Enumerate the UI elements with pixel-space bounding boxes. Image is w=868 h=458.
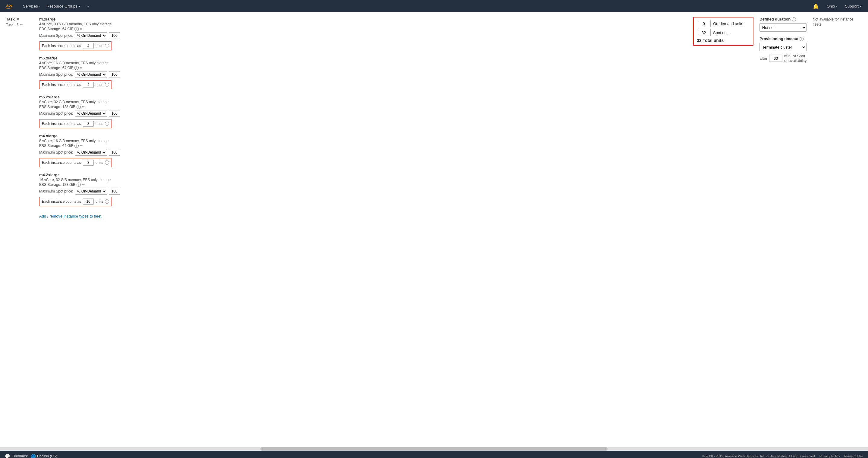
- services-nav[interactable]: Services ▾: [20, 0, 44, 12]
- storage-info-icon-4[interactable]: i: [76, 182, 81, 187]
- support-chevron-icon: ▾: [860, 4, 861, 8]
- provisioning-timeout-info-icon[interactable]: i: [800, 37, 804, 41]
- units-row-3: Each instance counts as units i: [39, 158, 112, 167]
- storage-info-icon-1[interactable]: i: [74, 66, 79, 70]
- spot-select-2[interactable]: % On-Demand: [75, 110, 107, 117]
- defined-duration-select[interactable]: Not set: [760, 23, 807, 32]
- spot-value-input-2[interactable]: [109, 110, 120, 117]
- units-info-icon-4[interactable]: i: [105, 199, 109, 204]
- storage-edit-icon-1[interactable]: ✏: [80, 66, 83, 70]
- aws-logo[interactable]: [4, 2, 15, 10]
- copyright-text: © 2008 - 2019, Amazon Web Services, Inc.…: [702, 454, 816, 458]
- max-spot-row-0: Maximum Spot price: % On-Demand: [39, 32, 687, 39]
- after-label: after: [760, 56, 767, 61]
- add-remove-link[interactable]: Add / remove instance types to fleet: [39, 214, 101, 219]
- units-input-3[interactable]: [83, 160, 94, 166]
- task-edit-icon[interactable]: ✏: [20, 23, 23, 27]
- units-input-1[interactable]: [83, 82, 94, 88]
- instance-storage-1: EBS Storage: 64 GiB i ✏: [39, 66, 687, 70]
- spot-units-input[interactable]: [697, 29, 711, 36]
- task-close-icon[interactable]: ✕: [16, 17, 19, 22]
- after-value-input[interactable]: [769, 55, 782, 62]
- provisioning-after-row: after min. of Spot unavailability: [760, 54, 807, 63]
- language-button[interactable]: 🌐 English (US): [31, 454, 57, 458]
- spot-units-row: Spot units: [697, 29, 750, 36]
- top-navigation: Services ▾ Resource Groups ▾ ☆ 🔔 Ohio ▾ …: [0, 0, 868, 12]
- provisioning-timeout-label-row: Provisioning timeout i: [760, 36, 807, 41]
- max-spot-row-2: Maximum Spot price: % On-Demand: [39, 110, 687, 117]
- units-input-0[interactable]: [83, 43, 94, 49]
- task-subtitle-text: Task - 3: [6, 23, 19, 27]
- instance-block-2: m5.2xlarge 8 vCore, 32 GiB memory, EBS o…: [39, 95, 687, 128]
- horizontal-scrollbar[interactable]: [0, 447, 868, 451]
- units-suffix-4: units: [96, 199, 103, 204]
- instance-desc-0: 4 vCore, 30.5 GiB memory, EBS only stora…: [39, 22, 687, 26]
- on-demand-input[interactable]: [697, 20, 711, 27]
- max-spot-label-4: Maximum Spot price:: [39, 189, 73, 193]
- units-info-icon-1[interactable]: i: [105, 83, 109, 87]
- units-input-2[interactable]: [83, 121, 94, 127]
- ebs-label-1: EBS Storage:: [39, 66, 61, 70]
- min-label: min. of Spot unavailability: [784, 54, 807, 63]
- spot-value-input-3[interactable]: [109, 149, 120, 156]
- instance-desc-3: 8 vCore, 16 GiB memory, EBS only storage: [39, 139, 687, 143]
- storage-edit-icon-3[interactable]: ✏: [80, 144, 83, 148]
- spot-select-4[interactable]: % On-Demand: [75, 188, 107, 195]
- storage-info-icon-3[interactable]: i: [74, 144, 79, 148]
- spot-value-input-1[interactable]: [109, 71, 120, 78]
- instance-storage-4: EBS Storage: 128 GiB i ✏: [39, 182, 687, 187]
- storage-info-icon-0[interactable]: i: [74, 27, 79, 31]
- resource-groups-label: Resource Groups: [47, 4, 78, 8]
- terms-of-use-link[interactable]: Terms of Use: [844, 454, 863, 458]
- units-summary-panel: On-demand units Spot units 32 Total unit…: [693, 17, 753, 442]
- instance-name-1: m5.xlarge: [39, 56, 687, 60]
- resource-groups-nav[interactable]: Resource Groups ▾: [44, 0, 83, 12]
- storage-edit-icon-0[interactable]: ✏: [80, 27, 83, 31]
- instance-block-3: m4.xlarge 8 vCore, 16 GiB memory, EBS on…: [39, 134, 687, 167]
- support-nav[interactable]: Support ▾: [842, 0, 864, 12]
- task-panel: Task ✕ Task - 3 ✏: [6, 17, 33, 442]
- defined-duration-section: Defined duration i Not set: [760, 17, 807, 32]
- spot-select-0[interactable]: % On-Demand: [75, 32, 107, 39]
- max-spot-label-0: Maximum Spot price:: [39, 33, 73, 38]
- storage-info-icon-2[interactable]: i: [76, 105, 81, 109]
- right-panel-inner: Defined duration i Not set Provisioning …: [760, 17, 807, 63]
- instance-name-3: m4.xlarge: [39, 134, 687, 138]
- units-info-icon-2[interactable]: i: [105, 122, 109, 126]
- right-panel: Defined duration i Not set Provisioning …: [760, 17, 862, 442]
- bookmark-nav[interactable]: ☆: [83, 0, 93, 12]
- provisioning-timeout-select[interactable]: Terminate cluster: [760, 43, 807, 51]
- storage-size-3: 64 GiB: [62, 144, 73, 148]
- storage-edit-icon-4[interactable]: ✏: [82, 183, 85, 187]
- provisioning-timeout-section: Provisioning timeout i Terminate cluster…: [760, 36, 807, 63]
- storage-edit-icon-2[interactable]: ✏: [82, 105, 85, 109]
- defined-duration-info-icon[interactable]: i: [792, 17, 796, 22]
- spot-value-input-0[interactable]: [109, 32, 120, 39]
- units-info-icon-0[interactable]: i: [105, 44, 109, 48]
- privacy-policy-link[interactable]: Privacy Policy: [819, 454, 840, 458]
- each-instance-prefix-4: Each instance counts as: [42, 199, 81, 204]
- each-instance-prefix-1: Each instance counts as: [42, 83, 81, 87]
- spot-select-1[interactable]: % On-Demand: [75, 71, 107, 78]
- units-info-icon-3[interactable]: i: [105, 161, 109, 165]
- feedback-label: Feedback: [12, 454, 28, 458]
- bell-icon[interactable]: 🔔: [809, 3, 823, 9]
- task-title-text: Task: [6, 17, 15, 22]
- max-spot-label-3: Maximum Spot price:: [39, 150, 73, 154]
- storage-size-2: 128 GiB: [62, 105, 75, 109]
- instance-desc-4: 16 vCore, 32 GiB memory, EBS only storag…: [39, 178, 687, 182]
- scrollbar-thumb[interactable]: [260, 447, 608, 451]
- spot-value-input-4[interactable]: [109, 188, 120, 195]
- instance-block-4: m4.2xlarge 16 vCore, 32 GiB memory, EBS …: [39, 173, 687, 206]
- instance-name-0: r4.xlarge: [39, 17, 687, 22]
- services-chevron-icon: ▾: [39, 4, 41, 8]
- units-row-4: Each instance counts as units i: [39, 197, 112, 206]
- feedback-button[interactable]: 💬 Feedback: [5, 454, 28, 458]
- units-suffix-1: units: [96, 83, 103, 87]
- units-suffix-2: units: [96, 122, 103, 126]
- units-input-4[interactable]: [83, 199, 94, 205]
- instance-storage-0: EBS Storage: 64 GiB i ✏: [39, 27, 687, 31]
- region-nav[interactable]: Ohio ▾: [824, 0, 841, 12]
- spot-select-3[interactable]: % On-Demand: [75, 149, 107, 156]
- instance-name-2: m5.2xlarge: [39, 95, 687, 99]
